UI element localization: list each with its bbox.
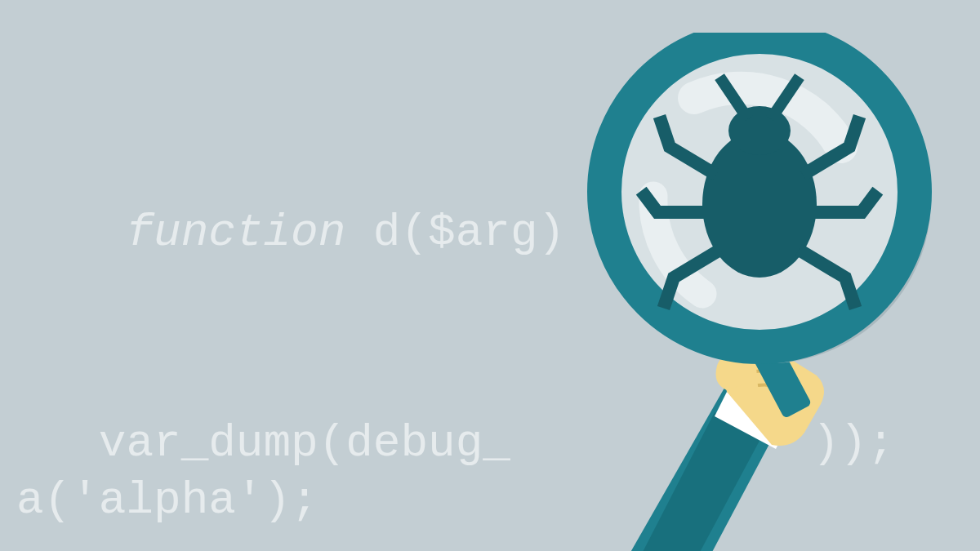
code-line1-rest: d($arg) { [345, 207, 620, 259]
code-function-call: a('alpha'); [16, 474, 318, 527]
code-keyword-function: function [126, 207, 345, 259]
code-line2: var_dump(debug_ )); [16, 417, 980, 469]
